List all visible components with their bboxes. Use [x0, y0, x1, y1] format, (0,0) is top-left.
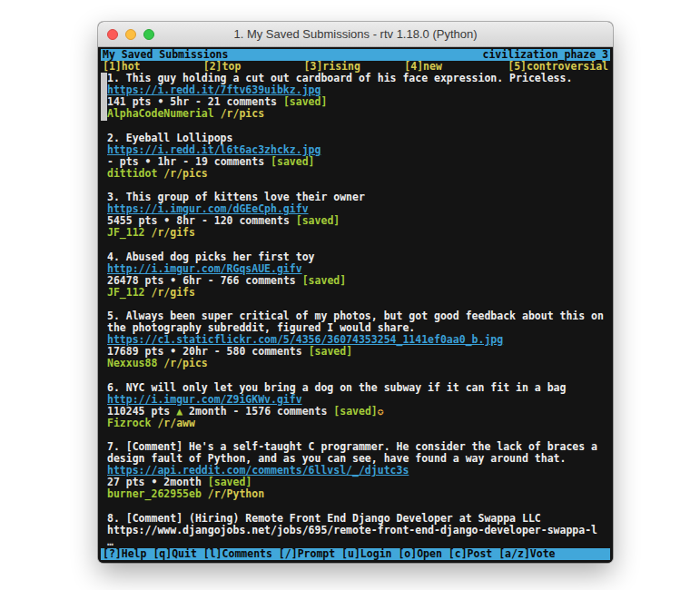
- age-and-comments: 2month - 1576 comments: [189, 405, 327, 418]
- bullet-separator: •: [145, 155, 152, 168]
- subreddit-link[interactable]: /r/Python: [208, 487, 264, 500]
- author-link[interactable]: JF_112: [107, 226, 145, 239]
- submission-title: 2. Eyeball Lollipops: [107, 133, 610, 144]
- submission-byline: JF_112 /r/gifs: [107, 287, 610, 299]
- submission-title: 6. NYC will only let you bring a dog on …: [107, 382, 610, 394]
- bullet-separator: •: [170, 274, 176, 287]
- subreddit-link[interactable]: /r/gifs: [151, 226, 194, 239]
- submission-item[interactable]: 4. Abused dog picks her first toyhttp://…: [101, 251, 610, 299]
- submission-item[interactable]: 2. Eyeball Lollipopshttps://i.redd.it/l6…: [101, 133, 610, 180]
- points-count: 27 pts: [107, 476, 145, 488]
- upvote-arrow-icon: ▲: [176, 405, 182, 418]
- truncation-ellipsis: …: [107, 536, 610, 548]
- bullet-separator: •: [163, 214, 170, 227]
- submission-url[interactable]: https://www.djangojobs.net/jobs/695/remo…: [107, 525, 610, 536]
- points-count: 110245 pts: [107, 405, 170, 418]
- terminal-window: 1. My Saved Submissions - rtv 1.18.0 (Py…: [98, 22, 613, 563]
- minimize-button[interactable]: [125, 29, 136, 40]
- saved-badge: [saved]: [309, 345, 352, 358]
- points-count: 5455 pts: [107, 214, 157, 227]
- submission-item[interactable]: 8. [Comment] (Hiring) Remote Front End D…: [101, 513, 610, 548]
- submission-item[interactable]: 7. [Comment] He's a self-taught C progra…: [101, 441, 610, 500]
- saved-badge: [saved]: [271, 155, 314, 168]
- submission-list: 1. This guy holding a cut out cardboard …: [101, 73, 610, 548]
- submission-item[interactable]: 1. This guy holding a cut out cardboard …: [101, 73, 610, 120]
- submission-title: 5. Always been super critical of my phot…: [107, 310, 610, 334]
- points-count: 26478 pts: [107, 274, 163, 287]
- author-link[interactable]: burner_262955eb: [107, 487, 202, 500]
- age-and-comments: 6hr - 766 comments: [182, 274, 296, 287]
- bullet-separator: •: [157, 95, 163, 108]
- author-link[interactable]: JF_112: [107, 286, 145, 299]
- gilded-star-icon: ✪: [378, 405, 384, 418]
- author-link[interactable]: dittidot: [107, 167, 157, 180]
- author-link[interactable]: Nexxus88: [107, 357, 157, 369]
- selection-cursor: [101, 73, 107, 120]
- points-count: 17689 pts: [107, 345, 163, 358]
- submission-title: 8. [Comment] (Hiring) Remote Front End D…: [107, 513, 610, 525]
- submission-byline: Fizrock /r/aww: [107, 418, 610, 429]
- subreddit-link[interactable]: /r/gifs: [151, 286, 194, 299]
- submission-item[interactable]: 3. This group of kittens love their owne…: [101, 192, 610, 239]
- submission-byline: JF_112 /r/gifs: [107, 227, 610, 239]
- author-link[interactable]: Fizrock: [107, 417, 151, 429]
- terminal-content: My Saved Submissions civilization_phaze_…: [98, 47, 613, 563]
- submission-item[interactable]: 5. Always been super critical of my phot…: [101, 310, 610, 369]
- age-and-comments: 1hr - 19 comments: [157, 155, 264, 168]
- submission-byline: dittidot /r/pics: [107, 168, 610, 180]
- submission-byline: AlphaCodeNumerial /r/pics: [107, 108, 610, 120]
- subreddit-link[interactable]: /r/pics: [163, 357, 207, 369]
- submission-title: 7. [Comment] He's a self-taught C progra…: [107, 441, 610, 465]
- age-and-comments: 20hr - 580 comments: [182, 345, 302, 358]
- traffic-light-buttons: [107, 29, 154, 40]
- submission-byline: Nexxus88 /r/pics: [107, 358, 610, 369]
- subreddit-link[interactable]: /r/pics: [163, 167, 207, 180]
- close-button[interactable]: [107, 29, 118, 40]
- submission-title: 4. Abused dog picks her first toy: [107, 251, 610, 263]
- age-and-comments: 2month: [163, 476, 202, 488]
- bullet-separator: •: [170, 345, 176, 358]
- age-and-comments: 5hr - 21 comments: [170, 95, 277, 108]
- saved-badge: [saved]: [283, 95, 327, 108]
- age-and-comments: 8hr - 120 comments: [176, 214, 290, 227]
- saved-badge: [saved]: [302, 274, 346, 287]
- saved-badge: [saved]: [333, 405, 377, 418]
- window-titlebar[interactable]: 1. My Saved Submissions - rtv 1.18.0 (Py…: [98, 22, 613, 47]
- saved-badge: [saved]: [296, 214, 340, 227]
- points-count: - pts: [107, 155, 139, 168]
- submission-item[interactable]: 6. NYC will only let you bring a dog on …: [101, 382, 610, 429]
- author-link[interactable]: AlphaCodeNumerial: [107, 107, 214, 120]
- keybinding-help-bar: [?]Help [q]Quit [l]Comments [/]Prompt [u…: [101, 548, 610, 560]
- bullet-separator: •: [151, 476, 157, 488]
- zoom-button[interactable]: [143, 29, 154, 40]
- window-title: 1. My Saved Submissions - rtv 1.18.0 (Py…: [233, 27, 477, 41]
- points-count: 141 pts: [107, 95, 151, 108]
- submission-byline: burner_262955eb /r/Python: [107, 488, 610, 500]
- subreddit-link[interactable]: /r/aww: [157, 417, 195, 429]
- saved-badge: [saved]: [208, 476, 251, 488]
- subreddit-link[interactable]: /r/pics: [221, 107, 264, 120]
